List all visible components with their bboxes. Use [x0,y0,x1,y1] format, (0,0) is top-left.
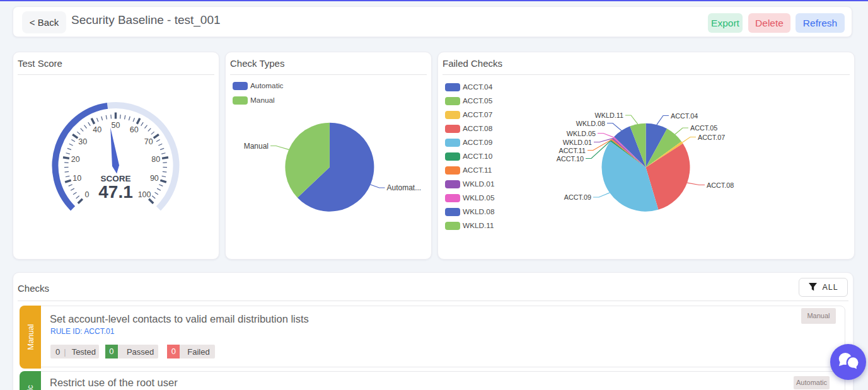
svg-text:WKLD.01: WKLD.01 [563,139,592,146]
svg-text:50: 50 [112,121,120,130]
svg-text:ACCT.08: ACCT.08 [707,181,734,189]
svg-text:ACCT.07: ACCT.07 [698,134,725,141]
svg-text:WKLD.08: WKLD.08 [576,120,605,127]
svg-text:47.1: 47.1 [98,182,133,202]
svg-text:80: 80 [151,155,160,164]
svg-text:ACCT.04: ACCT.04 [671,112,698,120]
svg-text:WKLD.11: WKLD.11 [595,112,623,119]
svg-text:Manual: Manual [244,142,269,151]
svg-text:70: 70 [144,137,153,146]
svg-text:ACCT.05: ACCT.05 [690,124,717,132]
svg-text:10: 10 [72,174,81,183]
svg-text:30: 30 [78,137,87,146]
svg-text:ACCT.11: ACCT.11 [559,147,586,154]
svg-text:60: 60 [130,125,139,134]
svg-text:Automat...: Automat... [387,183,422,192]
svg-text:ACCT.09: ACCT.09 [564,193,591,201]
svg-text:WKLD.05: WKLD.05 [567,130,596,137]
svg-text:90: 90 [150,174,159,183]
svg-text:100: 100 [138,190,151,199]
svg-text:40: 40 [93,125,101,134]
svg-text:ACCT.10: ACCT.10 [557,155,584,163]
svg-text:0: 0 [84,190,89,199]
svg-text:20: 20 [71,155,80,164]
